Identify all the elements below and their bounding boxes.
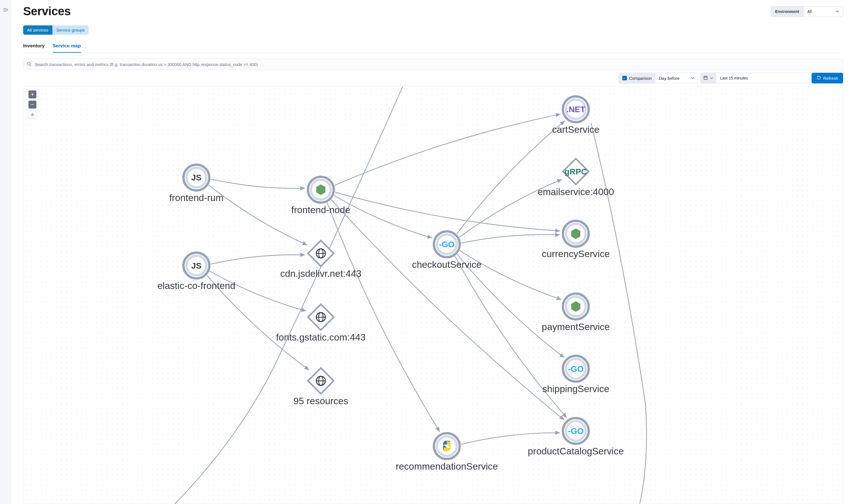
service-map-edge [211, 179, 305, 188]
service-node-shipping[interactable]: -GOshippingService [542, 356, 609, 394]
comparison-label: Comparison [629, 76, 652, 80]
view-tabs: Inventory Service map [23, 43, 843, 53]
service-map-edge [334, 195, 432, 238]
search-input[interactable] [34, 62, 839, 67]
svg-line-4 [30, 65, 31, 66]
zoom-fit-button[interactable] [29, 111, 36, 119]
service-node-frontend-rum[interactable]: JSfrontend-rum [169, 165, 224, 203]
chevron-down-icon [710, 76, 713, 80]
service-node-elastic-co-frontend[interactable]: JSelastic-co-frontend [157, 253, 235, 291]
service-node-label: productCatalogService [528, 446, 624, 456]
svg-point-3 [28, 62, 30, 65]
service-map-edge [461, 235, 560, 243]
svg-text:-GO: -GO [439, 239, 455, 249]
zoom-out-button[interactable] [29, 101, 36, 109]
service-map-svg: JSfrontend-rumJSelastic-co-frontendfront… [23, 87, 843, 504]
expand-sidebar-icon[interactable] [3, 8, 8, 13]
service-map-edge [461, 433, 560, 444]
calendar-button[interactable] [700, 73, 716, 83]
tab-service-map[interactable]: Service map [53, 43, 81, 53]
service-node-label: frontend-node [291, 205, 350, 215]
service-node-label: recommendationService [396, 461, 498, 472]
service-node-product-catalog[interactable]: -GOproductCatalogService [528, 418, 624, 456]
service-node-label: 95 resources [293, 396, 348, 406]
collapsed-sidebar [0, 0, 11, 504]
service-node-fonts-gstatic[interactable]: fonts.gstatic.com:443 [276, 304, 366, 342]
go-icon: -GO [439, 239, 455, 249]
go-icon: -GO [568, 364, 584, 374]
search-bar[interactable] [23, 59, 843, 70]
go-icon: -GO [568, 426, 584, 435]
service-map-edge [335, 192, 560, 231]
environment-selector[interactable]: Environment All [771, 6, 843, 17]
dotnet-icon: .NET [566, 105, 585, 114]
service-map-edge [335, 114, 560, 185]
tab-all-services[interactable]: All services [23, 25, 52, 35]
service-map-edge [211, 255, 305, 264]
svg-rect-5 [704, 76, 707, 79]
time-range-value: Last 15 minutes [720, 76, 748, 80]
svg-text:gRPC: gRPC [565, 167, 587, 176]
service-node-label: currencyService [542, 249, 610, 259]
service-node-checkout[interactable]: -GOcheckoutService [412, 231, 482, 270]
JS-icon: JS [191, 261, 201, 270]
service-node-label: paymentService [542, 322, 610, 332]
checkmark-icon: ✓ [622, 76, 627, 80]
page-title: Services [23, 4, 71, 18]
service-node-label: emailservice:4000 [537, 186, 614, 197]
service-node-cdn-jsdelivr[interactable]: cdn.jsdelivr.net:443 [280, 240, 361, 279]
service-node-label: cdn.jsdelivr.net:443 [280, 268, 361, 279]
service-node-label: fonts.gstatic.com:443 [276, 332, 366, 342]
service-node-label: elastic-co-frontend [157, 281, 235, 291]
svg-text:JS: JS [191, 173, 201, 182]
refresh-icon [817, 75, 821, 80]
service-node-resources-95[interactable]: 95 resources [293, 368, 348, 406]
calendar-icon [703, 75, 708, 81]
comparison-period-select[interactable]: Day before [655, 73, 698, 83]
service-node-cart[interactable]: .NETcartService [552, 96, 600, 135]
service-map-canvas[interactable]: JSfrontend-rumJSelastic-co-frontendfront… [23, 86, 843, 504]
environment-label: Environment [771, 6, 803, 17]
chevron-down-icon [836, 10, 839, 14]
JS-icon: JS [191, 173, 201, 182]
service-map-edge [457, 121, 565, 234]
service-node-recommendation[interactable]: recommendationService [396, 433, 498, 472]
search-icon [27, 62, 31, 67]
comparison-toggle[interactable]: ✓ Comparison [619, 73, 656, 83]
time-range-display[interactable]: Last 15 minutes [716, 73, 809, 83]
refresh-label: Refresh [823, 76, 838, 80]
svg-text:-GO: -GO [568, 364, 584, 374]
chevron-down-icon [691, 76, 694, 80]
service-node-email[interactable]: gRPCemailservice:4000 [537, 159, 614, 197]
service-node-label: cartService [552, 124, 600, 135]
tab-inventory[interactable]: Inventory [23, 43, 45, 53]
svg-text:.NET: .NET [566, 105, 585, 114]
time-range-picker: Last 15 minutes [700, 73, 809, 84]
service-scope-tabs: All services Service groups [23, 25, 843, 35]
service-node-currency[interactable]: currencyService [542, 221, 610, 259]
service-node-label: shippingService [542, 384, 609, 394]
svg-point-52 [437, 436, 457, 456]
tab-service-groups[interactable]: Service groups [52, 25, 89, 35]
comparison-control: ✓ Comparison Day before [619, 73, 698, 84]
grpc-icon: gRPC [565, 167, 587, 176]
service-node-payment[interactable]: paymentService [542, 294, 610, 332]
zoom-in-button[interactable] [29, 90, 36, 98]
service-node-label: frontend-rum [169, 193, 224, 203]
environment-value: All [807, 9, 812, 14]
service-node-label: checkoutService [412, 259, 482, 270]
svg-text:JS: JS [191, 261, 201, 270]
svg-text:-GO: -GO [568, 426, 584, 435]
refresh-button[interactable]: Refresh [812, 73, 843, 84]
comparison-period-value: Day before [659, 76, 679, 80]
